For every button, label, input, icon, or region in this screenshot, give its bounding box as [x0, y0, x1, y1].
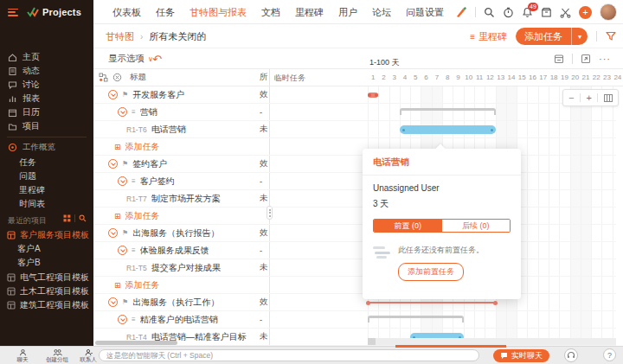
- sidebar-project-electrical-template[interactable]: 电气工程项目模板: [0, 271, 93, 284]
- add-task-link[interactable]: 添加任务: [125, 141, 160, 153]
- tab-gantt-reports[interactable]: 甘特图与报表: [189, 6, 247, 19]
- task-row[interactable]: ⚑出海服务（执行报告）效: [93, 225, 269, 242]
- projects-logo[interactable]: Projects: [27, 7, 81, 17]
- column-header-owner[interactable]: 所: [260, 72, 269, 83]
- create-group-tab[interactable]: 创建分组: [42, 348, 73, 364]
- filter-icon[interactable]: [606, 31, 616, 42]
- breadcrumb-view[interactable]: 所有未关闭的: [149, 30, 206, 43]
- column-header-title[interactable]: 标题: [130, 72, 146, 83]
- popup-task-title[interactable]: 电话营销: [363, 149, 521, 176]
- baseline-icon[interactable]: [554, 54, 564, 64]
- tab-users[interactable]: 用户: [338, 6, 357, 19]
- tab-predecessor[interactable]: 前置 (0): [374, 220, 442, 232]
- bar-drag-handle[interactable]: [402, 129, 405, 131]
- gantt-group-bracket[interactable]: [400, 108, 496, 115]
- collapse-all-icon[interactable]: [112, 73, 122, 82]
- add-task-link[interactable]: 添加任务: [125, 279, 160, 291]
- task-row[interactable]: R1-T6电话营销未: [93, 121, 269, 138]
- live-chat-button[interactable]: 实时聊天: [493, 349, 549, 362]
- tab-successor[interactable]: 后续 (0): [442, 220, 511, 232]
- breadcrumb-gantt-link[interactable]: 甘特图: [106, 30, 134, 43]
- scissors-icon[interactable]: [560, 7, 571, 18]
- add-task-button[interactable]: 添加任务 ▾: [516, 28, 588, 45]
- gantt-task-bar[interactable]: [400, 125, 496, 134]
- sidebar-section-work-overview[interactable]: 工作概览: [0, 140, 93, 154]
- sidebar-item-reports[interactable]: 报表: [0, 92, 93, 105]
- hamburger-menu-icon[interactable]: [8, 9, 18, 16]
- tab-dashboard[interactable]: 仪表板: [112, 6, 141, 19]
- more-options-icon[interactable]: ···: [599, 54, 611, 64]
- sidebar-item-home[interactable]: 主页: [0, 50, 93, 64]
- task-row[interactable]: ⚑签约客户效: [93, 156, 269, 173]
- expand-collapse-icon[interactable]: [108, 228, 118, 238]
- expand-collapse-icon[interactable]: [108, 90, 118, 99]
- help-icon[interactable]: ?: [603, 348, 616, 361]
- chat-tab[interactable]: 聊天: [10, 348, 35, 364]
- gantt-scrollbar-thumb[interactable]: [395, 345, 506, 348]
- undo-icon[interactable]: ↶: [152, 48, 162, 69]
- tab-forum[interactable]: 论坛: [372, 6, 391, 19]
- gantt-scrollbar-track[interactable]: [368, 338, 616, 345]
- hierarchy-icon[interactable]: [99, 73, 108, 82]
- sidebar-project-customer-b[interactable]: 客户B: [0, 256, 93, 270]
- contacts-tab[interactable]: 联系人: [76, 348, 100, 364]
- task-row[interactable]: ≡客户签约-: [93, 173, 269, 190]
- sidebar-item-issues[interactable]: 问题: [19, 170, 36, 182]
- zoom-out-button[interactable]: −: [568, 93, 574, 103]
- task-row[interactable]: ⚑开发服务客户效: [93, 86, 269, 104]
- pen-icon[interactable]: [455, 6, 467, 18]
- task-row[interactable]: ≡营销-: [93, 104, 269, 121]
- add-task-row[interactable]: ⊞添加任务: [93, 138, 269, 156]
- scrollbar-stub[interactable]: [368, 338, 376, 345]
- smart-chat-input[interactable]: [99, 349, 479, 361]
- task-row[interactable]: ≡体验服务成果反馈-: [93, 242, 269, 259]
- notifications-bell-icon[interactable]: 49: [522, 7, 533, 18]
- expand-collapse-icon[interactable]: [118, 315, 127, 324]
- splitter-drag-handle[interactable]: [267, 206, 273, 220]
- tab-issue-settings[interactable]: 问题设置: [406, 6, 444, 19]
- gantt-milestone-bar[interactable]: [368, 93, 378, 98]
- timer-icon[interactable]: [503, 7, 514, 18]
- tab-documents[interactable]: 文档: [261, 6, 280, 19]
- expand-collapse-icon[interactable]: [108, 297, 118, 307]
- expand-collapse-icon[interactable]: [118, 246, 127, 255]
- sidebar-item-projects[interactable]: 项目: [0, 119, 93, 133]
- expand-collapse-icon[interactable]: [118, 176, 127, 186]
- sidebar-item-milestones[interactable]: 里程碑: [19, 184, 45, 196]
- project-search-icon[interactable]: [79, 214, 87, 222]
- task-row[interactable]: R1-T7制定市场开发方案未: [93, 190, 269, 208]
- sidebar-item-timesheet[interactable]: 时间表: [19, 198, 45, 210]
- export-icon[interactable]: [581, 54, 591, 64]
- gantt-group-bracket[interactable]: [368, 316, 464, 322]
- sidebar-project-civil-template[interactable]: 土木工程项目模板: [0, 284, 93, 298]
- tab-milestones[interactable]: 里程碑: [295, 6, 324, 19]
- storage-box-icon[interactable]: [541, 7, 552, 18]
- grid-horizontal-scrollbar[interactable]: [95, 341, 177, 345]
- grid-icon[interactable]: [63, 214, 71, 222]
- sidebar-project-customer-service-template[interactable]: 客户服务项目模板: [0, 228, 93, 242]
- task-row[interactable]: ⚑出海服务（执行工作）效: [93, 294, 269, 311]
- sidebar-item-tasks[interactable]: 任务: [19, 156, 36, 169]
- add-predecessor-button[interactable]: 添加前置任务: [398, 263, 464, 281]
- sidebar-item-calendar[interactable]: 日历: [0, 105, 93, 119]
- bar-drag-handle[interactable]: [491, 129, 493, 131]
- tab-tasks[interactable]: 任务: [156, 6, 175, 19]
- support-headset-icon[interactable]: [564, 348, 578, 362]
- milestone-toggle-button[interactable]: ≡ 里程碑: [470, 30, 507, 43]
- add-task-link[interactable]: 添加任务: [125, 210, 160, 222]
- search-icon[interactable]: [484, 7, 495, 18]
- grid-view-icon[interactable]: [604, 94, 613, 102]
- sidebar-item-discussion[interactable]: 讨论: [0, 78, 93, 92]
- add-task-row[interactable]: ⊞添加任务: [93, 277, 269, 294]
- display-options-dropdown[interactable]: 显示选项 ∨: [108, 48, 153, 69]
- task-row[interactable]: R1-T5提交客户对接成果未: [93, 259, 269, 277]
- expand-collapse-icon[interactable]: [108, 159, 118, 169]
- expand-collapse-icon[interactable]: [118, 107, 127, 117]
- user-avatar[interactable]: [600, 3, 617, 21]
- sidebar-project-construction-template[interactable]: 建筑工程项目模板: [0, 298, 93, 312]
- add-task-row[interactable]: ⊞添加任务: [93, 208, 269, 225]
- zoom-in-button[interactable]: +: [586, 93, 591, 103]
- sidebar-project-customer-a[interactable]: 客户A: [0, 242, 93, 256]
- chevron-down-icon[interactable]: ▾: [572, 33, 588, 41]
- task-row[interactable]: ≡精准客户的电话营销-: [93, 311, 269, 329]
